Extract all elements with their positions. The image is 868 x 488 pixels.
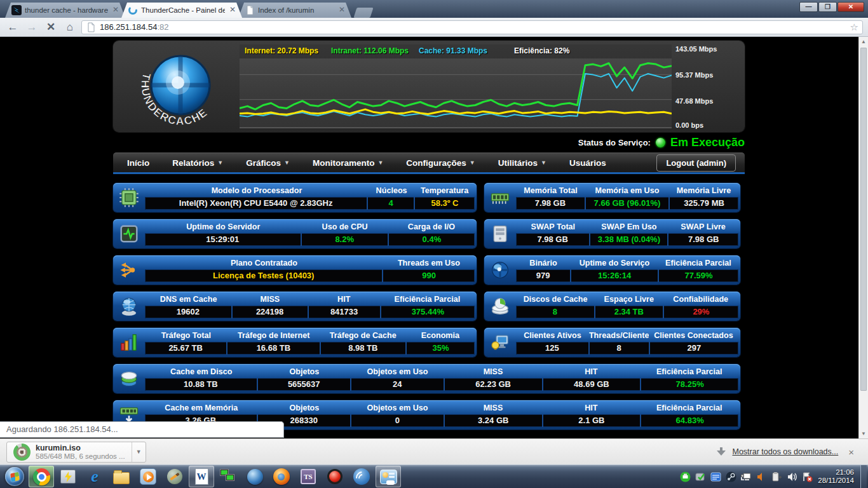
disk-cache-icon [113, 364, 145, 393]
firefox-taskbar-icon[interactable] [269, 466, 294, 487]
panel-col-header: Memória em Uso [585, 186, 669, 195]
panel-col-header: Objetos [258, 403, 351, 412]
menu-item-label: Configurações [406, 158, 466, 168]
panel-col-header: Eficiência Parcial [658, 259, 738, 268]
menu-item-usuarios[interactable]: Usuários [558, 153, 618, 172]
panel-col-header: SWAP Total [516, 222, 590, 231]
browser-tab[interactable]: thunder cache - hardware ✕ [5, 3, 125, 18]
panel-cache-disco: Cache em DiscoObjetosObjetos em UsoMISSH… [113, 364, 740, 393]
tab-close-icon[interactable]: ✕ [337, 6, 346, 15]
media-player-taskbar-icon[interactable] [135, 466, 161, 487]
panel-col-header: Confiabilidade [663, 295, 738, 304]
panel-col-header: MISS [444, 403, 542, 412]
maximize-button[interactable]: ❐ [818, 2, 837, 12]
antivirus-check-tray-icon[interactable] [695, 471, 706, 482]
browser-tab[interactable]: Index of /kurumin ✕ [238, 3, 351, 18]
sphere-app-taskbar-icon[interactable] [242, 466, 268, 487]
scroll-up-arrow[interactable]: ▲ [859, 37, 868, 46]
browser-tab[interactable]: ThunderCache - Painel de ✕ [121, 3, 242, 18]
start-orb-taskbar-icon[interactable] [2, 466, 27, 487]
menu-item-inicio[interactable]: Início [116, 153, 161, 172]
taskbar-clock[interactable]: 21:06 28/11/2014 [818, 468, 854, 485]
menu-item-monitoramento[interactable]: Monitoramento▼ [301, 153, 395, 172]
winbox-taskbar-icon[interactable] [349, 466, 374, 487]
download-menu-caret[interactable]: ▼ [132, 442, 146, 462]
stop-button[interactable]: ✕ [43, 20, 58, 34]
forward-button[interactable]: → [24, 20, 39, 34]
tab-close-icon[interactable]: ✕ [228, 6, 237, 15]
show-desktop-button[interactable] [860, 465, 867, 488]
volume-mixer-tray-icon[interactable] [756, 471, 767, 482]
network-tray-icon[interactable] [741, 471, 752, 482]
legend-item: Internet: 20.72 Mbps [245, 46, 318, 55]
action-center-flag-tray-icon[interactable] [802, 471, 813, 482]
panel-col-value: 3.38 MB (0.04%) [589, 233, 667, 246]
panel-col-value: 24 [350, 378, 444, 391]
panel-col-value: 325.79 MB [668, 197, 738, 210]
minimize-button[interactable]: — [799, 2, 818, 12]
panel-col-header: Tráfego de Cache [320, 331, 406, 340]
panel-col-value: 7.98 GB [516, 233, 589, 246]
menu-item-relatorios[interactable]: Relatórios▼ [161, 153, 234, 172]
page-header: THUNDERCACHE Internet: 20.72 MbpsIntrane… [113, 41, 745, 132]
graphics-editor-taskbar-icon[interactable] [162, 466, 187, 487]
panel-col-value: Intel(R) Xeon(R) CPU E5440 @ 2.83GHz [145, 197, 367, 210]
page-scrollbar[interactable]: ▲ ▼ [858, 37, 868, 438]
panel-col-value: 62.23 GB [444, 378, 542, 391]
network-computers-taskbar-icon[interactable] [215, 466, 241, 487]
show-all-downloads-link[interactable]: Mostrar todos os downloads... [732, 447, 838, 456]
panel-col-header: Uptime do Serviço [571, 259, 658, 268]
panel-dns: DNS em CacheMISSHITEficiência Parcial196… [113, 292, 477, 321]
panel-col-value: 125 [516, 342, 588, 355]
logout-button[interactable]: Logout (admin) [656, 154, 736, 172]
url-text: 186.251.184.54:82 [100, 22, 168, 32]
page-content: THUNDERCACHE Internet: 20.72 MbpsIntrane… [113, 41, 745, 430]
url-bar[interactable]: 186.251.184.54:82 ☆ [81, 20, 863, 34]
panel-col-header: Clientes Ativos [516, 331, 589, 340]
word-taskbar-icon[interactable]: W [189, 466, 214, 487]
download-file-name: kurumin.iso [36, 444, 125, 452]
menu-item-utilitarios[interactable]: Utilitários▼ [487, 153, 558, 172]
internet-explorer-taskbar-icon[interactable]: e [82, 466, 107, 487]
panel-col-header: Tráfego de Internet [227, 331, 320, 340]
panel-col-header: Objetos [258, 367, 351, 376]
tab-close-icon[interactable]: ✕ [111, 6, 120, 15]
clock-date: 28/11/2014 [818, 477, 854, 485]
panel-col-value: 8.2% [301, 233, 388, 246]
printer-tray-icon[interactable] [680, 471, 691, 482]
panel-col-header: MISS [232, 295, 308, 304]
explorer-folder-taskbar-icon[interactable] [109, 466, 134, 487]
home-button[interactable]: ⌂ [62, 20, 78, 34]
scrollbar-thumb[interactable] [860, 48, 867, 391]
cpu-icon [113, 183, 145, 212]
legend-item: Eficiência: 82% [514, 46, 569, 55]
chrome-taskbar-icon[interactable] [29, 466, 54, 487]
clients-icon [484, 328, 516, 357]
steam-tray-icon[interactable] [726, 471, 736, 482]
chevron-down-icon: ▼ [217, 159, 223, 166]
new-tab-button[interactable] [353, 8, 373, 18]
page-favicon [245, 5, 255, 15]
panel-uptime-servidor: Uptime do ServidorUso de CPUCarga de I/O… [113, 219, 477, 248]
panel-col-value: 2.34 TB [594, 306, 663, 318]
teamspeak-taskbar-icon[interactable]: TS [295, 466, 321, 487]
volume-tray-icon[interactable] [787, 471, 797, 482]
menu-item-configuracoes[interactable]: Configurações▼ [395, 153, 486, 172]
download-item[interactable]: kurumin.iso 585/648 MB, 6 segundos ... ▼ [6, 442, 146, 463]
ccb-tray-icon[interactable] [710, 471, 721, 482]
scroll-down-arrow[interactable]: ▼ [859, 429, 868, 438]
bookmark-star-icon[interactable]: ☆ [850, 22, 858, 33]
browser-status-bubble: Aguardando 186.251.184.54... [0, 421, 284, 438]
back-button[interactable]: ← [5, 20, 20, 34]
putty-taskbar-icon[interactable] [55, 466, 81, 487]
control-panel-taskbar-icon[interactable] [376, 466, 401, 487]
panel-col-value: 29% [663, 306, 738, 318]
clipboard-tray-icon[interactable] [771, 471, 782, 482]
downloads-bar-close-icon[interactable]: × [844, 447, 858, 458]
red-orb-app-taskbar-icon[interactable] [322, 466, 348, 487]
menu-item-graficos[interactable]: Gráficos▼ [234, 153, 301, 172]
menu-item-label: Utilitários [498, 158, 538, 168]
close-button[interactable]: ✕ [837, 2, 864, 12]
clock-time: 21:06 [818, 468, 854, 477]
panel-col-value: 841733 [308, 306, 380, 318]
